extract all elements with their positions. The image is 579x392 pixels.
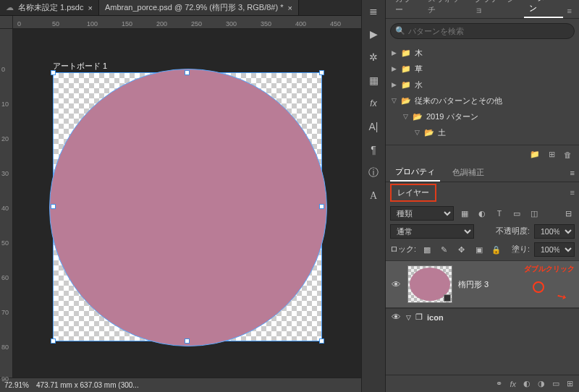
paragraph-icon[interactable]: ¶ [365,142,381,158]
tab-layers[interactable]: レイヤー [390,184,436,202]
artboard-label[interactable]: アートボード 1 [53,61,107,72]
transform-handle[interactable] [319,338,324,344]
transform-handle[interactable] [185,70,190,75]
fx-icon[interactable]: fx [510,380,516,388]
lock-trans-icon[interactable]: ▩ [420,243,434,256]
glyph-icon[interactable]: A [365,188,381,204]
transform-handle[interactable] [185,338,190,344]
blend-mode-select[interactable]: 通常 [390,224,474,239]
ruler-origin[interactable] [0,16,13,29]
chevron-down-icon: ▽ [402,113,409,120]
tree-folder[interactable]: ▶📁草 [390,61,575,77]
expand-icon[interactable]: ≣ [365,3,381,19]
tab-doc-1[interactable]: ☁ 名称未設定 1.psdc × [0,0,99,15]
character-icon[interactable]: A| [365,119,381,135]
transform-handle[interactable] [51,338,56,344]
wheel-icon[interactable]: ✲ [365,49,381,65]
transform-handle[interactable] [319,70,324,75]
lock-pos-icon[interactable]: ✥ [455,243,468,256]
trash-icon[interactable]: 🗑 [564,150,572,159]
fx-icon[interactable]: fx [365,95,381,111]
layer-group-row[interactable]: 👁 ▽ ❐ icon [386,308,579,325]
ruler-vertical[interactable]: 0 10 20 30 40 50 60 70 80 90 [0,29,13,378]
chevron-right-icon: ▶ [390,49,397,56]
tab-swatch[interactable]: スウォッチ [423,0,468,18]
properties-tabs: プロパティ 色調補正 ≡ [386,163,579,182]
tab-properties[interactable]: プロパティ [390,163,440,182]
fill-select[interactable]: 100% [534,242,575,257]
tab-adjustments[interactable]: 色調補正 [447,164,489,181]
mask-icon[interactable]: ◐ [523,379,531,388]
group-icon[interactable]: ▭ [552,379,559,388]
chevron-down-icon: ▽ [406,314,411,321]
chevron-down-icon: ▽ [390,97,397,104]
new-layer-icon[interactable]: ⊞ [567,379,573,388]
right-panels: カラー スウォッチ グラデーショ パターン ≡ 🔍 ▶📁木 ▶📁草 ▶📁水 ▽📂… [386,0,579,392]
doc-dimensions: 473.71 mm x 637.03 mm (300... [36,381,139,389]
panel-menu-icon[interactable]: ≡ [570,188,575,197]
status-bar: 72.91% 473.71 mm x 637.03 mm (300... [0,378,361,392]
tree-folder[interactable]: ▶📁水 [390,77,575,93]
filter-type-icon[interactable]: T [493,207,506,220]
tree-folder[interactable]: ▽📂土 [390,124,575,140]
close-icon[interactable]: × [287,4,292,12]
filter-pixel-icon[interactable]: ▦ [458,207,471,220]
group-name[interactable]: icon [427,313,444,322]
tab-gradient[interactable]: グラデーショ [470,0,523,18]
lock-artboard-icon[interactable]: ▣ [473,243,486,256]
tab-doc-2[interactable]: Ambran_porce.psd @ 72.9% (楕円形 3, RGB/8#)… [99,0,299,15]
visibility-icon[interactable]: 👁 [390,312,402,323]
folder-icon: 📁 [401,80,411,90]
folder-icon: 📁 [401,48,411,58]
tab-label: Ambran_porce.psd @ 72.9% (楕円形 3, RGB/8#)… [105,2,284,13]
canvas[interactable]: アートボード 1 [13,29,361,378]
annotation-text: ダブルクリック [524,264,575,274]
layer-thumbnail[interactable] [407,265,452,303]
shape-ellipse[interactable] [49,69,327,346]
layer-panel-tabs: レイヤー ≡ [386,182,579,203]
adjustment-icon[interactable]: ◑ [538,379,545,388]
tab-pattern[interactable]: パターン [524,0,562,18]
artboard[interactable] [53,72,322,341]
tree-folder[interactable]: ▽📂2019 パターン [390,108,575,124]
filter-adjust-icon[interactable]: ◐ [476,207,489,220]
folder-open-icon: 📂 [424,128,434,137]
folder-icon: ❐ [415,312,423,322]
tree-folder[interactable]: ▽📂従来のパターンとその他 [390,93,575,108]
pattern-panel-footer: 📁 ⊞ 🗑 [386,145,579,163]
panel-menu-icon[interactable]: ≡ [570,169,575,177]
play-icon[interactable]: ▶ [365,26,381,42]
folder-open-icon: 📂 [401,96,411,106]
filter-smart-icon[interactable]: ◫ [528,207,541,220]
visibility-icon[interactable]: 👁 [390,279,402,290]
transform-handle[interactable] [51,70,56,75]
info-icon[interactable]: ⓘ [365,165,381,181]
layer-name[interactable]: 楕円形 3 [458,279,489,290]
cloud-icon: ☁ [6,3,14,12]
annotation-circle [533,281,544,293]
tab-color[interactable]: カラー [390,0,421,18]
layer-filter-kind[interactable]: 種類 [390,206,454,221]
pattern-search-input[interactable] [390,23,575,39]
opacity-select[interactable]: 100% [534,224,575,239]
filter-shape-icon[interactable]: ▭ [510,207,523,220]
swatches-icon[interactable]: ▦ [365,72,381,88]
tree-folder[interactable]: ▶📁木 [390,45,575,61]
transform-handle[interactable] [51,204,56,209]
tab-label: 名称未設定 1.psdc [18,2,83,13]
panel-menu-icon[interactable]: ≡ [565,4,575,18]
filter-toggle[interactable]: ⊟ [562,207,575,220]
document-tabs: ☁ 名称未設定 1.psdc × Ambran_porce.psd @ 72.9… [0,0,361,16]
folder-open-icon: 📂 [413,112,423,122]
layer-row[interactable]: 👁 楕円形 3 ダブルクリック ➘ [386,260,579,308]
transform-handle[interactable] [319,204,324,209]
new-folder-icon[interactable]: 📁 [530,150,540,159]
annotation-arrow-icon: ➘ [554,288,569,304]
lock-paint-icon[interactable]: ✎ [438,243,451,256]
close-icon[interactable]: × [88,4,92,12]
layer-list: 👁 楕円形 3 ダブルクリック ➘ 👁 ▽ ❐ icon [386,260,579,375]
lock-all-icon[interactable]: 🔒 [490,243,503,256]
link-icon[interactable]: ⚭ [496,379,502,388]
ruler-horizontal[interactable]: 0 50 100 150 200 250 300 350 400 450 [13,16,361,29]
new-item-icon[interactable]: ⊞ [549,150,555,159]
